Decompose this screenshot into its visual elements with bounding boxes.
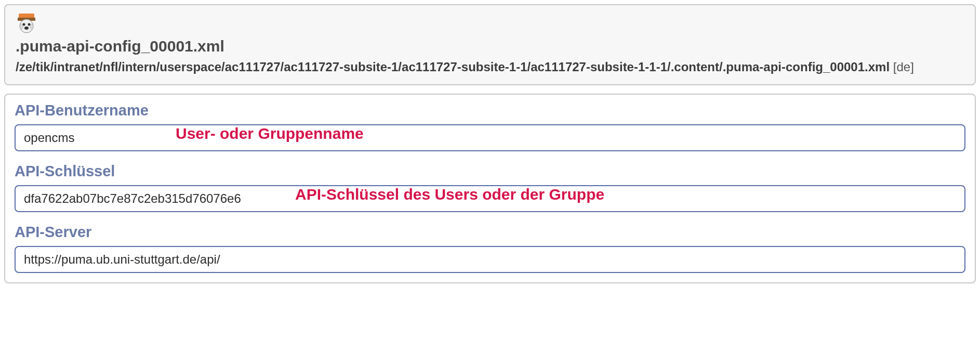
field-group-username: API-Benutzername User- oder Gruppenname (15, 102, 965, 151)
input-api-key[interactable] (15, 185, 965, 212)
input-api-username[interactable] (15, 124, 965, 151)
svg-point-6 (20, 24, 23, 29)
svg-point-4 (28, 23, 31, 26)
config-form-panel: API-Benutzername User- oder Gruppenname … (4, 94, 976, 283)
label-api-server: API-Server (15, 224, 965, 241)
label-api-key: API-Schlüssel (15, 163, 965, 180)
file-locale: [de] (893, 60, 914, 74)
svg-point-5 (24, 27, 29, 30)
label-api-username: API-Benutzername (15, 102, 965, 119)
input-api-server[interactable] (15, 246, 965, 273)
file-title: .puma-api-config_00001.xml (16, 37, 964, 55)
svg-point-3 (23, 23, 25, 26)
svg-point-7 (30, 24, 33, 29)
file-path: /ze/tik/intranet/nfl/intern/userspace/ac… (16, 58, 964, 76)
file-type-icon (16, 12, 37, 34)
file-path-text: /ze/tik/intranet/nfl/intern/userspace/ac… (16, 60, 890, 74)
field-group-apiserver: API-Server (15, 224, 965, 273)
field-group-apikey: API-Schlüssel API-Schlüssel des Users od… (15, 163, 965, 212)
file-header-panel: .puma-api-config_00001.xml /ze/tik/intra… (4, 4, 976, 85)
